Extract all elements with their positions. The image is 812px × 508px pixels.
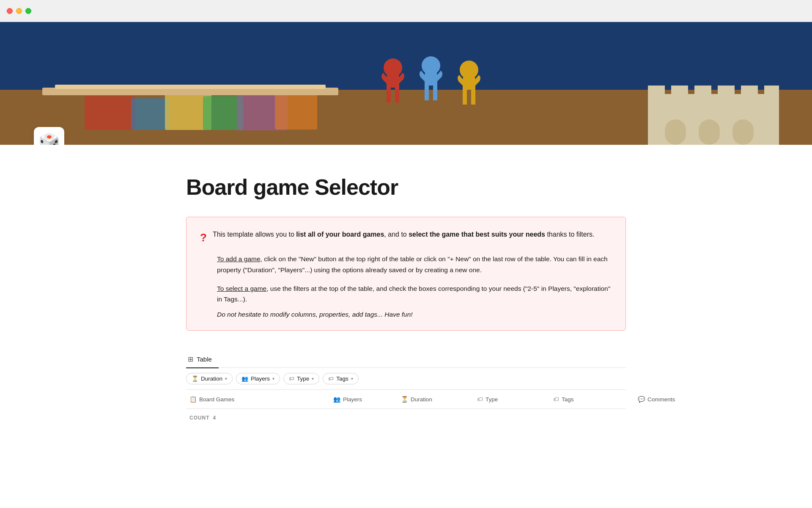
filter-tags[interactable]: 🏷 Tags ▾ — [323, 373, 359, 384]
col-type-label: Type — [486, 396, 498, 403]
svg-rect-18 — [741, 86, 758, 96]
filter-row: ⏳ Duration ▾ 👥 Players ▾ 🏷 Type ▾ 🏷 Tags… — [186, 368, 626, 390]
svg-rect-7 — [275, 95, 317, 130]
svg-rect-3 — [131, 98, 169, 130]
col-type[interactable]: 🏷 Type — [474, 394, 550, 404]
filter-players[interactable]: 👥 Players ▾ — [236, 373, 280, 384]
tab-table-label: Table — [197, 356, 212, 363]
type-chevron-icon: ▾ — [312, 376, 314, 381]
info-main-text: This template allows you to list all of … — [213, 229, 595, 240]
players-chevron-icon: ▾ — [272, 376, 274, 381]
add-game-link[interactable]: To add a game — [217, 255, 261, 262]
info-add-game: To add a game, click on the "New" button… — [200, 254, 612, 275]
col-tags[interactable]: 🏷 Tags — [550, 394, 634, 404]
comments-col-icon: 💬 — [638, 396, 645, 403]
filter-type[interactable]: 🏷 Type ▾ — [283, 373, 319, 384]
col-players[interactable]: 👥 Players — [330, 394, 398, 404]
type-col-icon: 🏷 — [477, 396, 483, 403]
dice-icon: 🎲 — [34, 127, 64, 145]
filter-duration[interactable]: ⏳ Duration ▾ — [186, 373, 233, 384]
tags-chevron-icon: ▾ — [351, 376, 353, 381]
title-bar — [0, 0, 812, 22]
info-select-game: To select a game, use the filters at the… — [200, 283, 612, 305]
svg-rect-14 — [648, 86, 665, 96]
question-mark-icon: ? — [200, 230, 207, 245]
svg-rect-19 — [764, 86, 779, 96]
count-value: 4 — [213, 415, 216, 421]
svg-rect-9 — [55, 85, 326, 89]
tags-filter-label: Tags — [336, 375, 348, 382]
count-label: COUNT — [189, 415, 209, 421]
minimize-button[interactable] — [16, 8, 22, 14]
svg-rect-22 — [732, 119, 754, 145]
maximize-button[interactable] — [25, 8, 31, 14]
duration-col-icon: ⏳ — [401, 396, 408, 403]
svg-rect-2 — [85, 96, 135, 130]
select-game-link[interactable]: To select a game — [217, 285, 266, 292]
close-button[interactable] — [7, 8, 13, 14]
col-duration-label: Duration — [411, 396, 432, 403]
svg-rect-15 — [671, 86, 688, 96]
info-box: ? This template allows you to list all o… — [186, 217, 626, 331]
duration-chevron-icon: ▾ — [225, 376, 227, 381]
col-tags-label: Tags — [562, 396, 574, 403]
svg-rect-17 — [718, 86, 735, 96]
count-row: COUNT 4 — [186, 409, 626, 427]
svg-rect-16 — [694, 86, 711, 96]
hero-image: 🎲 — [0, 22, 812, 145]
col-players-label: Players — [343, 396, 362, 403]
table-section: ⊞ Table ⏳ Duration ▾ 👥 Players ▾ 🏷 Type … — [186, 351, 626, 427]
players-filter-label: Players — [251, 375, 270, 382]
info-italic-text: Do not hesitate to modify columns, prope… — [200, 311, 612, 318]
tags-filter-icon: 🏷 — [328, 375, 334, 382]
col-comments-label: Comments — [647, 396, 675, 403]
tags-col-icon: 🏷 — [553, 396, 559, 403]
col-board-games-label: Board Games — [199, 396, 234, 403]
col-comments[interactable]: 💬 Comments — [634, 394, 678, 404]
board-games-col-icon: 📋 — [189, 396, 197, 403]
table-tab-icon: ⊞ — [188, 355, 193, 363]
duration-filter-label: Duration — [201, 375, 222, 382]
type-filter-label: Type — [297, 375, 309, 382]
players-filter-icon: 👥 — [241, 375, 248, 382]
duration-filter-icon: ⏳ — [192, 375, 198, 382]
col-board-games[interactable]: 📋 Board Games — [186, 394, 330, 404]
table-header: 📋 Board Games 👥 Players ⏳ Duration 🏷 Typ… — [186, 390, 626, 409]
svg-rect-21 — [699, 119, 720, 145]
col-duration[interactable]: ⏳ Duration — [398, 394, 474, 404]
players-col-icon: 👥 — [333, 396, 340, 403]
tab-table[interactable]: ⊞ Table — [186, 351, 219, 368]
view-tabs: ⊞ Table — [186, 351, 626, 368]
type-filter-icon: 🏷 — [289, 375, 294, 382]
svg-rect-20 — [665, 119, 686, 145]
page-title: Board game Selector — [186, 174, 626, 200]
